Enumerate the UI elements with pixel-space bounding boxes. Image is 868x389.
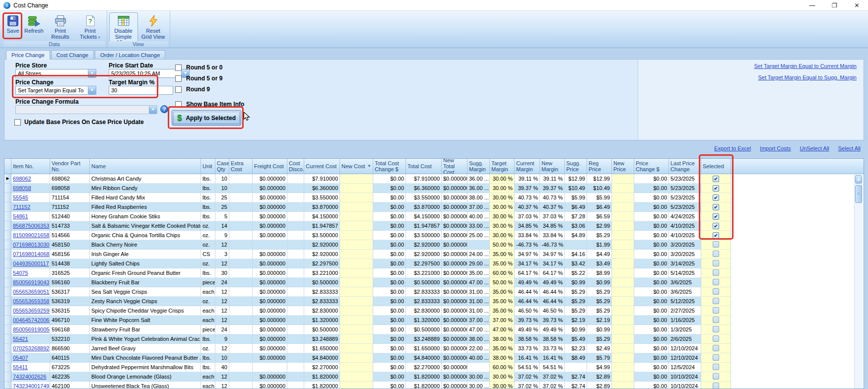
table-row[interactable]: 711152711152Filled Red Raspberrieslbs.25… xyxy=(4,202,731,212)
selected-checkbox[interactable]: ✔ xyxy=(713,223,719,229)
cell-new_price[interactable] xyxy=(612,193,634,202)
column-header-target_margin[interactable]: Target Margin xyxy=(490,159,515,174)
cell-selected[interactable]: ✔ xyxy=(701,212,731,221)
cell-item_no[interactable]: 05407 xyxy=(11,353,50,363)
round-9-checkbox[interactable] xyxy=(175,86,182,93)
item-no-link[interactable]: 74324002626 xyxy=(13,374,46,380)
item-no-link[interactable]: 55545 xyxy=(13,194,28,200)
selected-checkbox[interactable]: ✔ xyxy=(713,176,719,182)
column-header-sugg_margin[interactable]: Sugg. Margin xyxy=(467,159,490,174)
table-row[interactable]: 0046457420060496710Fine White Popcorn Sa… xyxy=(4,316,731,325)
cell-selected[interactable]: ✔ xyxy=(701,174,731,184)
minimize-button[interactable]: — xyxy=(801,0,823,10)
item-no-link[interactable]: 071698013030 xyxy=(13,242,49,248)
cell-new_price[interactable] xyxy=(612,231,634,240)
cell-selected[interactable] xyxy=(701,278,731,287)
cell-new_cost[interactable] xyxy=(340,212,373,221)
cell-selected[interactable]: ✔ xyxy=(701,193,731,202)
cell-selected[interactable]: ✔ xyxy=(701,184,731,193)
column-header-total_cost[interactable]: Total Cost xyxy=(406,159,442,174)
cell-selected[interactable] xyxy=(701,297,731,306)
cell-new_price[interactable] xyxy=(612,287,634,297)
cell-target_margin[interactable]: 35.00 % xyxy=(490,297,515,306)
cell-item_no[interactable]: 743234001749 xyxy=(11,382,50,389)
cell-item_no[interactable]: 071698014068 xyxy=(11,250,50,259)
cell-new_price[interactable] xyxy=(612,372,634,382)
cell-selected[interactable]: ✔ xyxy=(701,202,731,212)
row-selector[interactable] xyxy=(4,221,11,231)
item-no-link[interactable]: 071698014068 xyxy=(13,251,49,257)
cell-target_margin[interactable]: 30.00 % xyxy=(490,174,515,184)
column-header-unit[interactable]: Unit xyxy=(201,159,215,174)
row-selector[interactable] xyxy=(4,212,11,221)
close-button[interactable]: ✕ xyxy=(846,0,868,10)
cell-selected[interactable] xyxy=(701,259,731,268)
table-row[interactable]: 044935000117514438Lightly Salted Chipsoz… xyxy=(4,259,731,268)
row-selector[interactable] xyxy=(4,250,11,259)
row-selector[interactable] xyxy=(4,344,11,353)
cell-target_margin[interactable]: 50.00 % xyxy=(490,278,515,287)
cell-new_cost[interactable] xyxy=(340,193,373,202)
selected-checkbox[interactable] xyxy=(713,251,719,257)
cell-selected[interactable] xyxy=(701,250,731,259)
cell-new_price[interactable] xyxy=(612,268,634,278)
table-row[interactable]: 74324002626462235Blood Orange Lemonade (… xyxy=(4,372,731,382)
cell-target_margin[interactable]: 30.00 % xyxy=(490,231,515,240)
row-selector[interactable] xyxy=(4,363,11,372)
column-header-new_total_cost[interactable]: New Total Cost xyxy=(442,159,467,174)
cell-new_price[interactable] xyxy=(612,278,634,287)
item-no-link[interactable]: 815099021658 xyxy=(13,232,49,238)
cell-item_no[interactable]: 071698013030 xyxy=(11,240,50,250)
item-no-link[interactable]: 743234001749 xyxy=(13,383,49,389)
cell-new_cost[interactable] xyxy=(340,382,373,389)
selected-checkbox[interactable] xyxy=(713,364,719,370)
price-change-formula-dropdown[interactable]: ▼ xyxy=(15,105,157,114)
cell-selected[interactable] xyxy=(701,363,731,372)
row-selector[interactable] xyxy=(4,231,11,240)
scroll-up-icon[interactable]: ▲ xyxy=(855,175,862,184)
column-header-item_no[interactable]: Item No. xyxy=(11,159,50,174)
item-no-link[interactable]: 055653659259 xyxy=(13,308,49,314)
table-row[interactable]: 850056919005596168Strawberry Fruit Barpi… xyxy=(4,325,731,334)
cell-new_price[interactable] xyxy=(612,334,634,344)
table-row[interactable]: 698058698058Mini Ribbon Candylbs.10$0.00… xyxy=(4,184,731,193)
cell-selected[interactable] xyxy=(701,353,731,363)
tab-price-change[interactable]: Price Change xyxy=(6,50,50,60)
column-header-price_change[interactable]: Price Change $ xyxy=(634,159,669,174)
table-row[interactable]: 055653659358536319Zesty Ranch Veggie Cri… xyxy=(4,297,731,306)
cell-new_price[interactable] xyxy=(612,250,634,259)
cell-item_no[interactable]: 815099021658 xyxy=(11,231,50,240)
selected-checkbox[interactable] xyxy=(713,241,719,248)
table-row[interactable]: 55545711154Filled Hard Candy Mixlbs.25$0… xyxy=(4,193,731,202)
cell-item_no[interactable]: 0046457420060 xyxy=(11,316,50,325)
price-change-dropdown[interactable]: Set Target Margin Equal To ▼ xyxy=(15,86,96,95)
item-no-link[interactable]: 0046457420060 xyxy=(13,317,50,323)
maximize-button[interactable]: ❐ xyxy=(823,0,846,10)
refresh-button[interactable]: Refresh xyxy=(23,12,45,35)
column-header-case_qty[interactable]: Case Qty xyxy=(215,159,229,174)
selected-checkbox[interactable]: ✔ xyxy=(713,194,719,201)
cell-target_margin[interactable]: 30.00 % xyxy=(490,212,515,221)
row-selector[interactable]: ▶ xyxy=(4,174,11,184)
selected-checkbox[interactable]: ✔ xyxy=(713,185,719,192)
filter-dropdown-icon[interactable]: ▼ xyxy=(367,163,371,169)
cell-new_price[interactable] xyxy=(612,184,634,193)
table-row[interactable]: 071698014068458156Irish Ginger AleCS3$0.… xyxy=(4,250,731,259)
table-row[interactable]: 743234001749462100Unsweetened Black Tea … xyxy=(4,382,731,389)
cell-new_price[interactable] xyxy=(612,221,634,231)
link-set-target-margin-equal-to-current-margin[interactable]: Set Target Margin Equal to Current Margi… xyxy=(754,63,857,69)
item-no-link[interactable]: 54075 xyxy=(13,270,28,276)
cell-target_margin[interactable]: 37.00 % xyxy=(490,316,515,325)
cell-item_no[interactable]: 698058 xyxy=(11,184,50,193)
cell-new_price[interactable] xyxy=(612,316,634,325)
table-row[interactable]: 856875006353514733Salt & Balsamic Vinega… xyxy=(4,221,731,231)
cell-selected[interactable] xyxy=(701,268,731,278)
row-selector[interactable] xyxy=(4,297,11,306)
cell-item_no[interactable]: 856875006353 xyxy=(11,221,50,231)
cell-new_price[interactable] xyxy=(612,363,634,372)
save-button[interactable]: Save xyxy=(4,12,22,35)
cell-new_cost[interactable] xyxy=(340,259,373,268)
row-selector[interactable] xyxy=(4,268,11,278)
table-row[interactable]: 54075316525Organic Fresh Ground Peanut B… xyxy=(4,268,731,278)
cell-new_cost[interactable] xyxy=(340,268,373,278)
